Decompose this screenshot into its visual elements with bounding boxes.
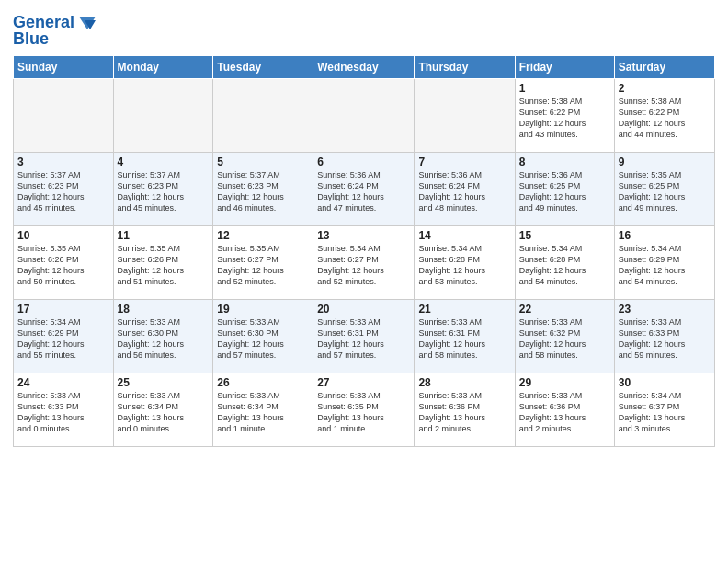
day-info: Sunrise: 5:33 AM Sunset: 6:32 PM Dayligh… <box>519 316 610 362</box>
day-number: 3 <box>17 155 109 168</box>
day-number: 18 <box>118 303 210 316</box>
day-number: 19 <box>217 303 309 316</box>
day-number: 30 <box>619 376 711 389</box>
page-container: General Blue SundayMondayTuesdayWednesda… <box>0 0 728 563</box>
calendar-cell: 4Sunrise: 5:37 AM Sunset: 6:23 PM Daylig… <box>113 153 213 226</box>
day-info: Sunrise: 5:33 AM Sunset: 6:36 PM Dayligh… <box>418 390 510 435</box>
day-number: 27 <box>317 376 410 389</box>
day-info: Sunrise: 5:33 AM Sunset: 6:34 PM Dayligh… <box>118 390 210 435</box>
col-header-wednesday: Wednesday <box>313 56 415 79</box>
day-info: Sunrise: 5:38 AM Sunset: 6:22 PM Dayligh… <box>519 96 610 141</box>
day-number: 29 <box>519 376 610 389</box>
calendar-cell: 27Sunrise: 5:33 AM Sunset: 6:35 PM Dayli… <box>313 373 415 447</box>
day-number: 15 <box>519 229 610 242</box>
day-info: Sunrise: 5:36 AM Sunset: 6:25 PM Dayligh… <box>519 169 610 214</box>
calendar-cell <box>313 79 415 153</box>
calendar-cell: 21Sunrise: 5:33 AM Sunset: 6:31 PM Dayli… <box>415 300 515 373</box>
calendar-cell: 9Sunrise: 5:35 AM Sunset: 6:25 PM Daylig… <box>614 153 714 226</box>
calendar-cell: 5Sunrise: 5:37 AM Sunset: 6:23 PM Daylig… <box>213 153 313 226</box>
day-info: Sunrise: 5:36 AM Sunset: 6:24 PM Dayligh… <box>317 169 410 214</box>
day-number: 20 <box>317 303 410 316</box>
col-header-sunday: Sunday <box>14 56 114 79</box>
calendar-cell: 3Sunrise: 5:37 AM Sunset: 6:23 PM Daylig… <box>14 153 114 226</box>
day-number: 9 <box>619 155 711 168</box>
day-info: Sunrise: 5:35 AM Sunset: 6:25 PM Dayligh… <box>619 169 711 214</box>
day-number: 16 <box>619 229 711 242</box>
calendar-cell: 8Sunrise: 5:36 AM Sunset: 6:25 PM Daylig… <box>515 153 614 226</box>
logo-svg: General Blue <box>13 9 96 50</box>
day-info: Sunrise: 5:33 AM Sunset: 6:33 PM Dayligh… <box>619 316 711 362</box>
day-info: Sunrise: 5:33 AM Sunset: 6:35 PM Dayligh… <box>317 390 410 435</box>
header: General Blue <box>13 9 715 50</box>
calendar-week-2: 10Sunrise: 5:35 AM Sunset: 6:26 PM Dayli… <box>14 226 715 300</box>
day-info: Sunrise: 5:34 AM Sunset: 6:37 PM Dayligh… <box>619 390 711 435</box>
logo: General Blue <box>13 9 96 50</box>
day-number: 11 <box>118 229 210 242</box>
day-info: Sunrise: 5:34 AM Sunset: 6:28 PM Dayligh… <box>519 243 610 288</box>
day-number: 7 <box>418 155 510 168</box>
svg-text:General: General <box>13 13 74 31</box>
calendar-cell: 11Sunrise: 5:35 AM Sunset: 6:26 PM Dayli… <box>113 226 213 300</box>
day-number: 25 <box>118 376 210 389</box>
calendar-cell: 30Sunrise: 5:34 AM Sunset: 6:37 PM Dayli… <box>614 373 714 447</box>
day-number: 10 <box>17 229 109 242</box>
calendar-cell: 19Sunrise: 5:33 AM Sunset: 6:30 PM Dayli… <box>213 300 313 373</box>
day-number: 22 <box>519 303 610 316</box>
day-number: 1 <box>519 82 610 95</box>
day-number: 26 <box>217 376 309 389</box>
calendar-cell: 13Sunrise: 5:34 AM Sunset: 6:27 PM Dayli… <box>313 226 415 300</box>
calendar-cell: 16Sunrise: 5:34 AM Sunset: 6:29 PM Dayli… <box>614 226 714 300</box>
day-number: 17 <box>17 303 109 316</box>
day-number: 23 <box>619 303 711 316</box>
day-info: Sunrise: 5:37 AM Sunset: 6:23 PM Dayligh… <box>118 169 210 214</box>
calendar-cell <box>14 79 114 153</box>
calendar-cell: 15Sunrise: 5:34 AM Sunset: 6:28 PM Dayli… <box>515 226 614 300</box>
calendar-cell: 26Sunrise: 5:33 AM Sunset: 6:34 PM Dayli… <box>213 373 313 447</box>
day-info: Sunrise: 5:37 AM Sunset: 6:23 PM Dayligh… <box>217 169 309 214</box>
calendar-cell: 2Sunrise: 5:38 AM Sunset: 6:22 PM Daylig… <box>614 79 714 153</box>
day-info: Sunrise: 5:35 AM Sunset: 6:26 PM Dayligh… <box>17 243 109 288</box>
calendar-cell: 20Sunrise: 5:33 AM Sunset: 6:31 PM Dayli… <box>313 300 415 373</box>
day-info: Sunrise: 5:35 AM Sunset: 6:27 PM Dayligh… <box>217 243 309 288</box>
svg-text:Blue: Blue <box>13 29 49 48</box>
calendar-week-3: 17Sunrise: 5:34 AM Sunset: 6:29 PM Dayli… <box>14 300 715 373</box>
calendar-cell: 23Sunrise: 5:33 AM Sunset: 6:33 PM Dayli… <box>614 300 714 373</box>
calendar-cell: 6Sunrise: 5:36 AM Sunset: 6:24 PM Daylig… <box>313 153 415 226</box>
col-header-friday: Friday <box>515 56 614 79</box>
day-info: Sunrise: 5:33 AM Sunset: 6:31 PM Dayligh… <box>317 316 410 362</box>
day-info: Sunrise: 5:37 AM Sunset: 6:23 PM Dayligh… <box>17 169 109 214</box>
calendar-table: SundayMondayTuesdayWednesdayThursdayFrid… <box>13 55 715 447</box>
day-info: Sunrise: 5:33 AM Sunset: 6:30 PM Dayligh… <box>217 316 309 362</box>
day-info: Sunrise: 5:35 AM Sunset: 6:26 PM Dayligh… <box>118 243 210 288</box>
day-number: 8 <box>519 155 610 168</box>
day-info: Sunrise: 5:34 AM Sunset: 6:28 PM Dayligh… <box>418 243 510 288</box>
calendar-cell <box>213 79 313 153</box>
day-number: 12 <box>217 229 309 242</box>
day-info: Sunrise: 5:33 AM Sunset: 6:34 PM Dayligh… <box>217 390 309 435</box>
calendar-cell: 25Sunrise: 5:33 AM Sunset: 6:34 PM Dayli… <box>113 373 213 447</box>
calendar-cell: 18Sunrise: 5:33 AM Sunset: 6:30 PM Dayli… <box>113 300 213 373</box>
col-header-saturday: Saturday <box>614 56 714 79</box>
day-info: Sunrise: 5:34 AM Sunset: 6:29 PM Dayligh… <box>619 243 711 288</box>
day-info: Sunrise: 5:34 AM Sunset: 6:27 PM Dayligh… <box>317 243 410 288</box>
day-number: 21 <box>418 303 510 316</box>
day-number: 24 <box>17 376 109 389</box>
day-info: Sunrise: 5:33 AM Sunset: 6:33 PM Dayligh… <box>17 390 109 435</box>
calendar-week-4: 24Sunrise: 5:33 AM Sunset: 6:33 PM Dayli… <box>14 373 715 447</box>
calendar-week-0: 1Sunrise: 5:38 AM Sunset: 6:22 PM Daylig… <box>14 79 715 153</box>
day-number: 4 <box>118 155 210 168</box>
calendar-cell: 28Sunrise: 5:33 AM Sunset: 6:36 PM Dayli… <box>415 373 515 447</box>
calendar-cell: 12Sunrise: 5:35 AM Sunset: 6:27 PM Dayli… <box>213 226 313 300</box>
calendar-cell: 14Sunrise: 5:34 AM Sunset: 6:28 PM Dayli… <box>415 226 515 300</box>
day-number: 14 <box>418 229 510 242</box>
day-info: Sunrise: 5:33 AM Sunset: 6:31 PM Dayligh… <box>418 316 510 362</box>
day-info: Sunrise: 5:34 AM Sunset: 6:29 PM Dayligh… <box>17 316 109 362</box>
calendar-cell: 7Sunrise: 5:36 AM Sunset: 6:24 PM Daylig… <box>415 153 515 226</box>
calendar-cell: 1Sunrise: 5:38 AM Sunset: 6:22 PM Daylig… <box>515 79 614 153</box>
day-number: 5 <box>217 155 309 168</box>
day-number: 2 <box>619 82 711 95</box>
col-header-monday: Monday <box>113 56 213 79</box>
day-number: 6 <box>317 155 410 168</box>
calendar-header-row: SundayMondayTuesdayWednesdayThursdayFrid… <box>14 56 715 79</box>
calendar-week-1: 3Sunrise: 5:37 AM Sunset: 6:23 PM Daylig… <box>14 153 715 226</box>
